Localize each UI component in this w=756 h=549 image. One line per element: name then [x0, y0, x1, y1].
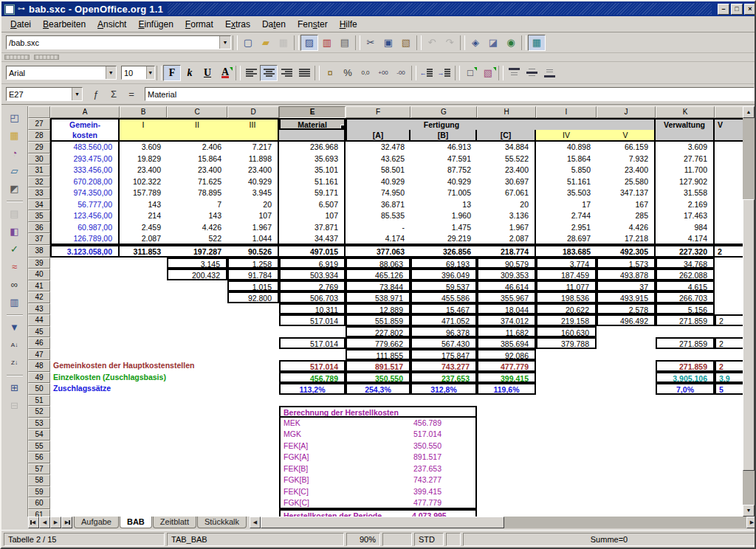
cell[interactable]: 78.895 [167, 187, 227, 199]
cell[interactable]: 23.400 [227, 165, 279, 176]
cell[interactable]: 379.788 [536, 337, 597, 349]
print-button[interactable]: ▤ [336, 35, 354, 51]
cell[interactable]: 2.769 [279, 280, 346, 292]
autoformat-button[interactable]: ◧ [5, 223, 24, 241]
cell[interactable]: 92.800 [227, 291, 279, 303]
vertical-scrollbar[interactable]: ▲ ▼ [743, 106, 755, 517]
cell[interactable]: 538.971 [346, 291, 410, 303]
cell[interactable]: 37.871 [279, 222, 346, 234]
cell[interactable]: 1.960 [410, 210, 477, 222]
align-right-button[interactable] [278, 65, 295, 81]
cell[interactable]: 143 [167, 210, 227, 222]
cell[interactable]: 497.015 [279, 245, 346, 258]
cell[interactable]: 3.774 [536, 258, 597, 269]
cell[interactable]: 2 [715, 314, 746, 326]
cell[interactable]: 60.987,00 [50, 222, 120, 234]
cell[interactable]: 3.905.106 [656, 372, 715, 384]
cell[interactable]: 40.929 [346, 176, 410, 188]
borders-button[interactable]: □ [461, 65, 479, 81]
cell[interactable]: 355.967 [477, 291, 536, 303]
cell[interactable]: 197.287 [167, 245, 227, 258]
hscroll-left-icon[interactable]: ◀ [250, 517, 261, 528]
url-combobox[interactable]: ▼ [6, 35, 231, 49]
cell[interactable]: 69.193 [410, 258, 477, 269]
cell[interactable]: 503.934 [279, 269, 346, 280]
cell[interactable]: 6.919 [279, 258, 346, 269]
export-pdf-button[interactable]: ▥ [318, 35, 336, 51]
row-header-51[interactable]: 51 [28, 395, 50, 407]
cell[interactable]: 2 [715, 360, 746, 372]
cell[interactable]: 974.350,00 [50, 187, 120, 199]
menu-format[interactable]: Format [179, 18, 219, 31]
cell[interactable]: 111.855 [346, 349, 410, 361]
row-header-36[interactable]: 36 [28, 222, 50, 234]
insert-cells-button[interactable]: ▦ [5, 127, 24, 145]
cell[interactable]: 4.426 [167, 222, 227, 234]
align-left-button[interactable] [242, 65, 260, 81]
cell[interactable]: 309.353 [477, 269, 536, 280]
cell[interactable]: 40.929 [227, 176, 279, 188]
cell[interactable]: 350.550 [410, 441, 477, 452]
cell[interactable]: FEK[B] [279, 463, 410, 475]
sheet-tab-zeitblatt[interactable]: Zeitblatt [153, 517, 196, 528]
cell[interactable] [536, 118, 597, 130]
cell[interactable]: 7.217 [227, 142, 279, 153]
cell[interactable]: 20 [477, 199, 536, 211]
cell[interactable]: 18.044 [477, 303, 536, 315]
cell[interactable] [597, 118, 656, 130]
cell[interactable]: 15.467 [410, 303, 477, 315]
cell[interactable]: 1.258 [227, 258, 279, 269]
cell[interactable]: 12.889 [346, 303, 410, 315]
cell[interactable]: 3.136 [477, 210, 536, 222]
next-sheet-button[interactable]: ▶ [50, 517, 61, 528]
cell[interactable]: 4.073.995 [410, 509, 477, 517]
cell[interactable]: 2.744 [536, 210, 597, 222]
scroll-down-icon[interactable]: ▼ [743, 505, 755, 517]
row-header-47[interactable]: 47 [28, 349, 50, 361]
cell[interactable]: 19.829 [120, 153, 167, 165]
cell[interactable]: Gemeinkosten der Hauptkostenstellen [50, 360, 279, 372]
sort-descending-button[interactable]: Z↓ [5, 354, 24, 372]
row-header-54[interactable]: 54 [28, 429, 50, 441]
cell[interactable]: 492.305 [597, 245, 656, 258]
cell[interactable]: 493.915 [597, 291, 656, 303]
font-size-dropdown-icon[interactable]: ▼ [146, 66, 154, 79]
cell[interactable]: 2.406 [167, 142, 227, 153]
column-header-E[interactable]: E [279, 106, 346, 118]
cell[interactable] [715, 210, 746, 222]
cell[interactable] [715, 130, 746, 142]
cell[interactable]: 88.063 [346, 258, 410, 269]
row-header-33[interactable]: 33 [28, 187, 50, 199]
horizontal-scrollbar[interactable] [261, 517, 746, 528]
cell[interactable]: 20 [227, 199, 279, 211]
row-header-50[interactable]: 50 [28, 383, 50, 395]
row-header-35[interactable]: 35 [28, 210, 50, 222]
auto-spellcheck-button[interactable]: ≈ [5, 258, 24, 276]
name-box-dropdown-icon[interactable]: ▼ [72, 88, 82, 100]
cell[interactable]: Material [279, 118, 346, 130]
cell[interactable]: 35.503 [536, 187, 597, 199]
formula-input[interactable] [145, 88, 754, 100]
cell[interactable]: 34.437 [279, 233, 346, 245]
cell[interactable]: 11.700 [656, 165, 715, 176]
cell[interactable]: V [715, 118, 746, 130]
navigator-button[interactable]: ◈ [467, 35, 484, 51]
column-header-I[interactable]: I [536, 106, 597, 118]
cell[interactable]: 51.161 [279, 176, 346, 188]
sum-panel[interactable]: Summe=0 [463, 533, 755, 546]
cell[interactable]: 4.426 [597, 222, 656, 234]
cell[interactable]: 40.929 [410, 176, 477, 188]
cell[interactable]: 102.322 [120, 176, 167, 188]
cell[interactable]: 517.014 [279, 314, 346, 326]
cell[interactable]: 2.951 [536, 222, 597, 234]
cell[interactable]: 396.049 [410, 269, 477, 280]
cell[interactable]: 59.171 [279, 187, 346, 199]
zoom-panel[interactable]: 90% [346, 533, 380, 546]
name-box[interactable]: ▼ [6, 87, 83, 101]
cell[interactable]: 4.615 [656, 280, 715, 292]
cell[interactable]: 465.126 [346, 269, 410, 280]
background-color-button[interactable]: ▧ [479, 65, 497, 81]
spellcheck-button[interactable]: ✓ [5, 241, 24, 258]
cell[interactable]: [A] [346, 130, 410, 142]
cell[interactable]: 3.123.058,00 [50, 245, 120, 258]
